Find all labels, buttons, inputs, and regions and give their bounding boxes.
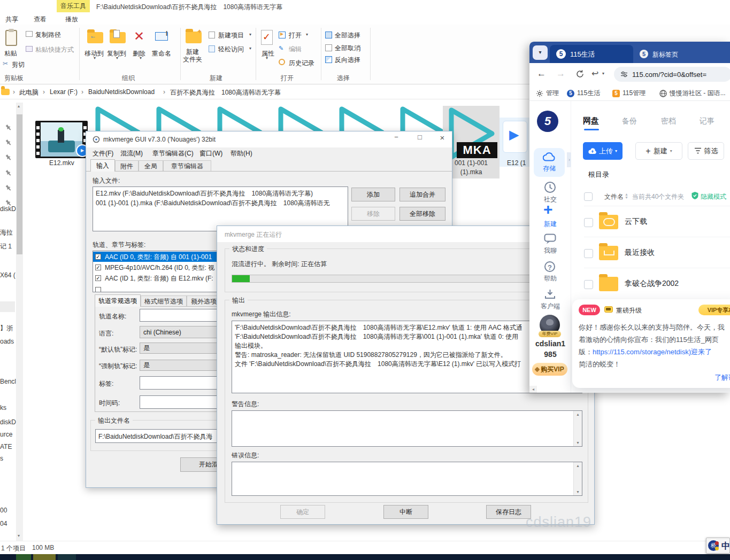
sort-icon[interactable]: ▲▼ (625, 193, 628, 199)
track-checkbox[interactable] (95, 287, 101, 292)
help-icon[interactable]: ? (544, 261, 555, 272)
mkvmerge-titlebar[interactable]: mkvmerge GUI v7.3.0 ('Nouages') 32bit − … (86, 131, 452, 147)
scroll-down-arrow[interactable]: ▾ (577, 440, 579, 445)
netdisk-link[interactable]: https://115.com/storage/netdisk)迎来了 (593, 348, 712, 356)
sidebar-item-create[interactable]: 新建 (529, 220, 571, 229)
select-all-checkbox[interactable] (584, 192, 593, 201)
back-icon[interactable]: ← (537, 68, 546, 79)
rename-label[interactable]: 重命名 (152, 49, 171, 58)
breadcrumb-drive[interactable]: Lexar (F:) (50, 88, 78, 96)
easy-access-label[interactable]: 轻松访问 (218, 45, 244, 54)
browser-tab-inactive[interactable]: 5 新标签页 (636, 45, 717, 63)
taskbar-tile[interactable] (58, 554, 76, 560)
tab-netdisk[interactable]: 网盘 (583, 116, 599, 126)
bookmark-manage[interactable]: 管理 (536, 89, 559, 98)
browser-tab-active[interactable]: 5 115生活 (550, 45, 633, 63)
bookmark-115-admin[interactable]: 5 115管理 (612, 89, 646, 98)
select-all-label[interactable]: 全部选择 (335, 31, 360, 40)
new-folder-label-2[interactable]: 文件夹 (183, 55, 202, 64)
rollback-dropdown-icon[interactable]: ▾ (602, 71, 604, 76)
input-file-row[interactable]: 001 (1)-001 (1).mka (F:\BaiduNetdiskDown… (96, 199, 329, 208)
file-label-e12-mkv[interactable]: E12.mkv (49, 159, 74, 167)
select-none-label[interactable]: 全部取消 (335, 44, 360, 53)
contextual-tab-music-tools[interactable]: 音乐工具 (57, 0, 90, 12)
pin-icon[interactable] (4, 168, 13, 177)
textarea-scrollbar[interactable]: ▴▾ (573, 462, 582, 495)
tab-attachments[interactable]: 附件 (115, 160, 139, 172)
open-dropdown[interactable]: ▾ (306, 32, 308, 37)
nav-item-fragment[interactable]: 04 (0, 520, 7, 527)
save-log-button[interactable]: 保存日志 (486, 505, 531, 519)
scroll-down-arrow[interactable]: ▾ (18, 533, 20, 538)
pin-icon[interactable] (4, 138, 13, 147)
move-to-dropdown[interactable]: ▾ (94, 56, 96, 60)
minimize-button[interactable]: − (386, 133, 407, 146)
delete-label[interactable]: 删除 (133, 49, 145, 58)
tab-search-button[interactable]: ▾ (533, 45, 548, 60)
bookmark-manmanyou[interactable]: 慢慢游社区 - 国语... (659, 89, 726, 98)
filter-button[interactable]: 筛选 (688, 142, 724, 160)
sidebar-item-help[interactable]: 帮助 (529, 274, 571, 283)
menu-help[interactable]: 帮助(H) (230, 149, 252, 158)
abort-button[interactable]: 中断 (383, 505, 428, 519)
tab-notes[interactable]: 记事 (700, 116, 714, 126)
nav-item-fragment[interactable]: ks (0, 404, 6, 411)
new-button[interactable]: + 新建 ▾ (635, 142, 682, 160)
menu-file[interactable]: 文件(F) (93, 149, 113, 158)
upload-button[interactable]: 上传 ▾ (583, 142, 623, 160)
taskbar-tile[interactable] (16, 554, 31, 560)
breadcrumb-root[interactable]: 根目录 (588, 170, 609, 180)
hidden-mode-toggle[interactable]: 隐藏模式 (701, 192, 726, 201)
cut-label[interactable]: 剪切 (12, 60, 25, 69)
file-item-e12-mkv[interactable]: ▶ (35, 121, 88, 158)
pin-icon[interactable] (4, 153, 13, 162)
maximize-button[interactable]: □ (409, 133, 431, 146)
learn-more-link[interactable]: 了解详情 (714, 373, 730, 383)
ribbon-tab-play[interactable]: 播放 (65, 15, 78, 24)
folder-row[interactable]: 最近接收 (571, 237, 730, 268)
folder-row[interactable]: 拿破仑战争2002 (571, 268, 730, 299)
invert-selection-label[interactable]: 反向选择 (335, 56, 360, 65)
folder-row[interactable]: 云下载 (571, 206, 730, 237)
chat-icon[interactable] (544, 234, 556, 244)
app-logo[interactable]: 5 (537, 111, 558, 132)
sidebar-item-client[interactable]: 客户端 (529, 302, 571, 311)
ribbon-tab-view[interactable]: 查看 (34, 15, 47, 24)
menu-window[interactable]: 窗口(W) (199, 149, 222, 158)
social-clock-icon[interactable] (544, 181, 556, 193)
refresh-icon[interactable] (575, 69, 585, 79)
nav-item-fragment[interactable]: 海拉 (0, 228, 13, 237)
scroll-up-arrow[interactable]: ▴ (18, 104, 20, 108)
track-checkbox[interactable]: ✓ (95, 254, 101, 260)
input-file-row[interactable]: E12.mkv (F:\BaiduNetdiskDownload\百折不挠具海拉… (96, 189, 313, 198)
tab-track-general-options[interactable]: 轨道常规选项 (95, 294, 141, 307)
sidebar-item-storage[interactable]: 存储 (534, 148, 565, 177)
new-item-dropdown[interactable]: ▾ (249, 32, 251, 37)
rollback-icon[interactable]: ↩ (591, 68, 598, 79)
edit-label[interactable]: 编辑 (289, 45, 302, 54)
track-checkbox[interactable]: ✓ (95, 265, 101, 270)
open-label[interactable]: 打开 (289, 31, 302, 40)
new-item-label[interactable]: 新建项目 (218, 31, 244, 40)
close-button[interactable]: × (433, 133, 452, 146)
nav-item-fragment[interactable]: ATE (0, 443, 12, 450)
nav-item-fragment[interactable]: 00 (0, 507, 7, 514)
paste-label[interactable]: 粘贴 (4, 49, 17, 58)
row-checkbox[interactable] (584, 280, 593, 289)
ok-button[interactable]: 确定 (280, 505, 325, 519)
remove-button[interactable]: 移除 (351, 207, 395, 221)
nav-scrollbar[interactable]: ▴ ▾ (16, 103, 23, 541)
append-button[interactable]: 追加合并 (399, 188, 445, 201)
folder-name[interactable]: 拿破仑战争2002 (625, 279, 679, 289)
column-filename[interactable]: 文件名 (604, 192, 624, 201)
nav-item-fragment[interactable]: 】浙 (0, 324, 13, 333)
ime-indicator[interactable]: 桥 中 (706, 538, 730, 554)
paste-icon[interactable] (5, 30, 17, 46)
pin-icon[interactable] (4, 123, 13, 132)
bookmark-115-life[interactable]: 5 115生活 (567, 89, 600, 98)
row-checkbox[interactable] (584, 249, 593, 258)
warning-textarea[interactable]: ▴▾ (232, 410, 582, 447)
row-checkbox[interactable] (584, 218, 593, 227)
copy-to-dropdown[interactable]: ▾ (116, 56, 118, 60)
nav-item-fragment[interactable]: diskD (0, 205, 16, 213)
